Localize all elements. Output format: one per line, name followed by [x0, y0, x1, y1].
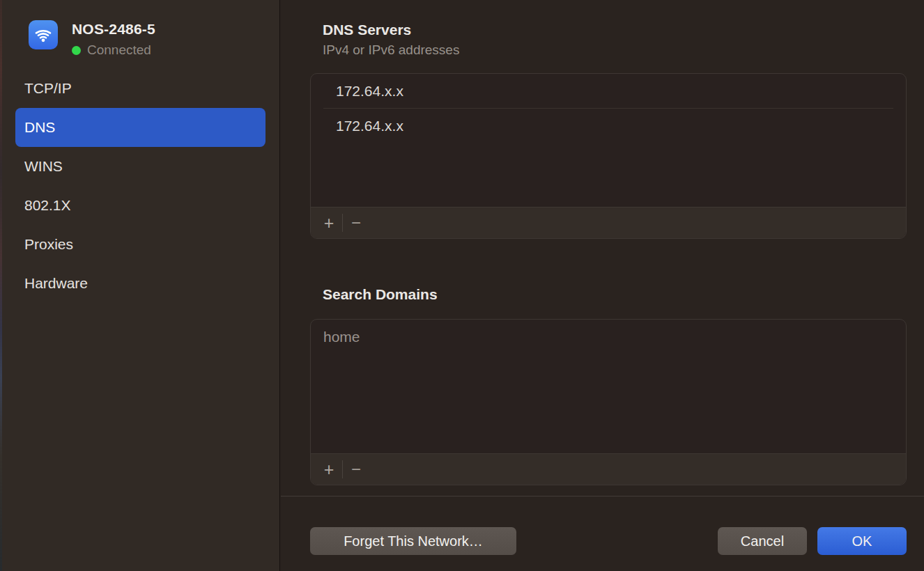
network-name: NOS-2486-5 [72, 21, 155, 38]
wifi-icon [29, 20, 58, 49]
dns-settings-panel: DNS Servers IPv4 or IPv6 addresses 172.6… [281, 0, 924, 571]
dns-servers-list: 172.64.x.x 172.64.x.x + − [310, 73, 907, 239]
cancel-button[interactable]: Cancel [718, 527, 807, 555]
add-search-domain-button[interactable]: + [316, 459, 342, 480]
connected-status-label: Connected [87, 42, 151, 58]
dns-server-row[interactable]: 172.64.x.x [311, 74, 906, 108]
sidebar-nav: TCP/IP DNS WINS 802.1X Proxies Hardware [15, 69, 265, 303]
dns-server-row[interactable]: 172.64.x.x [311, 109, 906, 143]
dns-servers-toolbar: + − [311, 207, 906, 238]
dns-servers-title: DNS Servers [323, 22, 411, 38]
search-domains-list: home + − [310, 319, 907, 485]
remove-dns-server-button[interactable]: − [343, 212, 369, 233]
add-dns-server-button[interactable]: + [316, 212, 342, 233]
sidebar-item-dns[interactable]: DNS [15, 108, 265, 147]
search-domain-row[interactable]: home [311, 320, 906, 354]
forget-network-button[interactable]: Forget This Network… [310, 527, 516, 555]
sidebar-item-wins[interactable]: WINS [15, 147, 265, 186]
search-domains-toolbar: + − [311, 453, 906, 485]
sidebar-item-proxies[interactable]: Proxies [15, 225, 265, 264]
network-status: Connected [72, 42, 155, 58]
sidebar-item-hardware[interactable]: Hardware [15, 264, 265, 303]
sidebar: NOS-2486-5 Connected TCP/IP DNS WINS 802… [0, 0, 280, 571]
footer-divider [281, 496, 924, 496]
ok-button[interactable]: OK [817, 527, 907, 555]
network-header: NOS-2486-5 Connected [29, 20, 155, 58]
search-domains-title: Search Domains [323, 286, 438, 303]
sidebar-item-8021x[interactable]: 802.1X [15, 186, 265, 225]
sidebar-item-tcpip[interactable]: TCP/IP [15, 69, 265, 108]
network-info: NOS-2486-5 Connected [72, 20, 155, 58]
remove-search-domain-button[interactable]: − [343, 459, 369, 480]
connected-status-dot-icon [72, 46, 81, 55]
dns-servers-subtitle: IPv4 or IPv6 addresses [323, 42, 459, 58]
network-details-dialog: NOS-2486-5 Connected TCP/IP DNS WINS 802… [0, 0, 924, 571]
window-left-edge [0, 0, 2, 571]
